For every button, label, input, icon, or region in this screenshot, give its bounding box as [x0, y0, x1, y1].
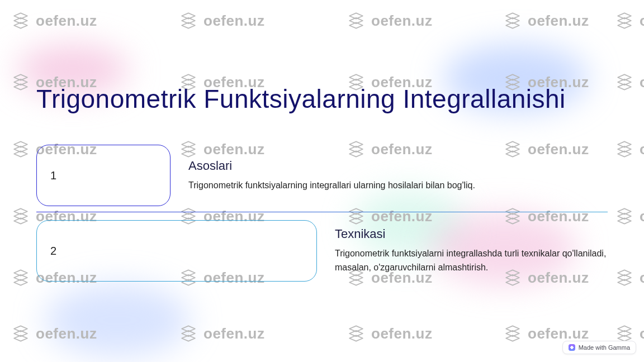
- slide-title: Trigonometrik Funktsiyalarning Integrall…: [36, 84, 608, 114]
- row-1-number-box: 1: [36, 145, 171, 206]
- row-2-number-box: 2: [36, 220, 317, 282]
- row-2-number: 2: [50, 245, 56, 258]
- rows-container: 1 Asoslari Trigonometrik funktsiyalarnin…: [36, 145, 608, 282]
- row-1: 1 Asoslari Trigonometrik funktsiyalarnin…: [36, 145, 608, 206]
- row-2-body: Trigonometrik funktsiyalarni integrallas…: [335, 247, 608, 275]
- badge-label: Made with Gamma: [579, 344, 630, 351]
- row-1-heading: Asoslari: [188, 159, 608, 173]
- row-2-heading: Texnikasi: [335, 227, 608, 241]
- row-2: 2 Texnikasi Trigonometrik funktsiyalarni…: [36, 220, 608, 282]
- gamma-icon: [569, 344, 575, 351]
- made-with-gamma-badge[interactable]: Made with Gamma: [562, 341, 636, 354]
- row-1-body: Trigonometrik funktsiyalarning integrall…: [188, 179, 608, 193]
- row-divider: [36, 212, 608, 212]
- slide-content: Trigonometrik Funktsiyalarning Integrall…: [0, 0, 644, 362]
- row-2-text: Texnikasi Trigonometrik funktsiyalarni i…: [317, 227, 608, 275]
- row-1-number: 1: [50, 169, 56, 182]
- row-1-text: Asoslari Trigonometrik funktsiyalarning …: [171, 159, 608, 193]
